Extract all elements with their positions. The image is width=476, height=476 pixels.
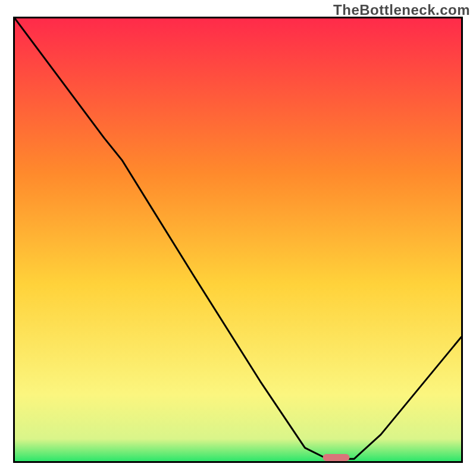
plot-frame	[13, 17, 463, 463]
plot-svg	[15, 18, 461, 461]
optimum-marker	[323, 454, 350, 461]
gradient-background	[15, 18, 461, 461]
chart-stage: TheBottleneck.com	[0, 0, 476, 476]
watermark-text: TheBottleneck.com	[333, 2, 470, 18]
